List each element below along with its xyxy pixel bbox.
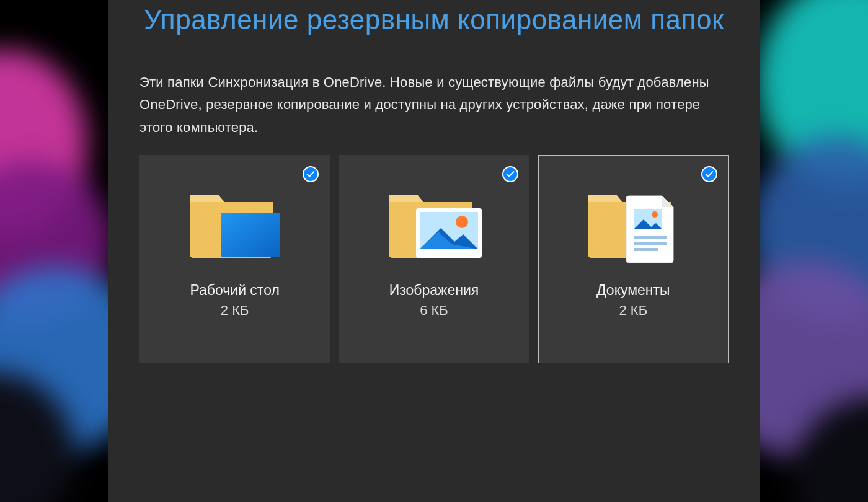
checkmark-icon	[701, 166, 717, 182]
checkmark-icon	[502, 166, 518, 182]
folder-cards-row: Рабочий стол 2 КБ Изображения 6 КБ	[140, 155, 728, 363]
dialog-description: Эти папки Синхронизация в OneDrive. Новы…	[140, 71, 728, 139]
folder-size-label: 2 КБ	[221, 302, 249, 319]
folder-name-label: Документы	[596, 282, 670, 299]
wallpaper-left	[0, 0, 118, 502]
folder-size-label: 2 КБ	[619, 302, 648, 319]
checkmark-icon	[303, 166, 319, 182]
folder-card-pictures[interactable]: Изображения 6 КБ	[339, 155, 529, 363]
svg-point-6	[652, 211, 658, 218]
folder-name-label: Рабочий стол	[190, 282, 279, 299]
desktop-folder-icon	[182, 174, 288, 273]
svg-rect-1	[221, 213, 280, 257]
folder-card-desktop[interactable]: Рабочий стол 2 КБ	[140, 155, 330, 363]
dialog-title: Управление резервным копированием папок	[140, 2, 728, 37]
folder-name-label: Изображения	[389, 282, 479, 299]
backup-folders-dialog: Управление резервным копированием папок …	[108, 0, 760, 502]
folder-card-documents[interactable]: Документы 2 КБ	[538, 155, 728, 363]
svg-rect-9	[634, 248, 658, 251]
svg-rect-8	[634, 242, 667, 245]
svg-point-4	[456, 216, 468, 228]
pictures-folder-icon	[381, 174, 487, 273]
wallpaper-right	[750, 0, 868, 502]
documents-folder-icon	[580, 174, 686, 273]
svg-rect-7	[634, 236, 667, 239]
folder-size-label: 6 КБ	[420, 302, 448, 319]
